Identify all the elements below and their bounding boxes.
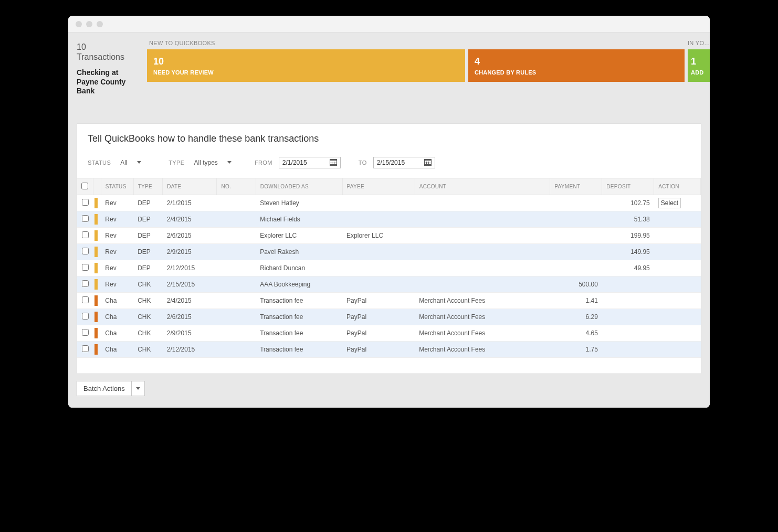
cell-no <box>217 227 256 243</box>
tile-group-right-label: IN YO… <box>688 40 710 46</box>
status-chip <box>94 214 98 225</box>
status-chip <box>94 230 98 241</box>
tile-add[interactable]: 1 ADD <box>688 49 710 82</box>
row-checkbox[interactable] <box>82 231 89 238</box>
filter-status-select[interactable]: All <box>117 157 149 168</box>
table-row[interactable]: ChaCHK2/4/2015Transaction feePayPalMerch… <box>77 292 701 308</box>
cell-payee <box>342 260 415 276</box>
cell-deposit <box>602 341 654 357</box>
cell-status: Rev <box>101 195 133 211</box>
cell-account: Merchant Account Fees <box>415 341 550 357</box>
col-deposit[interactable]: DEPOSIT <box>602 178 654 195</box>
cell-no <box>217 211 256 227</box>
cell-deposit: 51.38 <box>602 211 654 227</box>
cell-type: DEP <box>133 227 163 243</box>
col-payee[interactable]: PAYEE <box>342 178 415 195</box>
tile-changed-by-rules[interactable]: 4 CHANGED BY RULES <box>468 49 685 82</box>
tile-add-caption: ADD <box>691 69 707 76</box>
filter-from-label: FROM <box>255 159 272 166</box>
cell-account <box>415 260 550 276</box>
row-checkbox[interactable] <box>82 296 89 303</box>
row-checkbox[interactable] <box>82 313 89 320</box>
cell-type: DEP <box>133 211 163 227</box>
table-row[interactable]: RevDEP2/12/2015Richard Duncan49.95 <box>77 260 701 276</box>
window-control-minimize[interactable] <box>86 21 92 27</box>
cell-type: CHK <box>133 341 163 357</box>
row-checkbox[interactable] <box>82 248 89 254</box>
cell-type: CHK <box>133 325 163 341</box>
cell-account <box>415 227 550 243</box>
app-window: 10 Transactions Checking at Payne County… <box>68 16 710 408</box>
col-date[interactable]: DATE <box>163 178 217 195</box>
cell-downloaded-as: Transaction fee <box>256 292 342 308</box>
row-checkbox[interactable] <box>82 329 89 336</box>
col-payment[interactable]: PAYMENT <box>550 178 602 195</box>
row-checkbox[interactable] <box>82 199 89 206</box>
cell-type: DEP <box>133 243 163 260</box>
table-row[interactable]: RevDEP2/1/2015Steven Hatley102.75Select <box>77 195 701 211</box>
tile-group-labels: NEW TO QUICKBOOKS IN YO… <box>147 40 710 46</box>
cell-date: 2/9/2015 <box>163 325 217 341</box>
col-status[interactable]: STATUS <box>101 178 133 195</box>
cell-downloaded-as: Transaction fee <box>256 308 342 325</box>
cell-date: 2/12/2015 <box>163 341 217 357</box>
status-tiles: 10 NEED YOUR REVIEW 4 CHANGED BY RULES 1… <box>147 49 710 82</box>
select-all-checkbox[interactable] <box>81 183 88 189</box>
cell-payment <box>550 195 602 211</box>
status-chip <box>94 328 98 338</box>
window-control-close[interactable] <box>76 21 82 27</box>
table-row[interactable]: RevDEP2/6/2015Explorer LLCExplorer LLC19… <box>77 227 701 243</box>
filter-type-select[interactable]: All types <box>191 157 235 168</box>
cell-account: Merchant Account Fees <box>415 325 550 341</box>
col-no[interactable]: NO. <box>217 178 256 195</box>
col-downloaded-as[interactable]: DOWNLOADED AS <box>256 178 342 195</box>
cell-payee: PayPal <box>342 292 415 308</box>
status-chip <box>94 263 98 273</box>
table-row[interactable]: RevCHK2/15/2015AAA Bookkeeping500.00 <box>77 276 701 292</box>
tile-need-review[interactable]: 10 NEED YOUR REVIEW <box>147 49 465 82</box>
col-type[interactable]: TYPE <box>133 178 163 195</box>
filter-status-label: STATUS <box>88 159 111 166</box>
row-checkbox[interactable] <box>82 215 89 222</box>
table-row[interactable]: ChaCHK2/6/2015Transaction feePayPalMerch… <box>77 308 701 325</box>
filter-to-date[interactable]: 2/15/2015 <box>373 157 435 168</box>
cell-status: Cha <box>101 325 133 341</box>
panel-title: Tell QuickBooks how to handle these bank… <box>77 124 701 150</box>
row-checkbox[interactable] <box>82 345 89 352</box>
row-checkbox[interactable] <box>82 264 89 271</box>
cell-status: Rev <box>101 211 133 227</box>
batch-actions-label: Batch Actions <box>77 381 131 396</box>
cell-payment: 6.29 <box>550 308 602 325</box>
filter-type-label: TYPE <box>169 159 184 166</box>
cell-no <box>217 325 256 341</box>
filter-from-date[interactable]: 2/1/2015 <box>279 157 341 168</box>
cell-deposit: 149.95 <box>602 243 654 260</box>
col-account[interactable]: ACCOUNT <box>415 178 550 195</box>
cell-type: DEP <box>133 260 163 276</box>
cell-no <box>217 260 256 276</box>
transactions-panel: Tell QuickBooks how to handle these bank… <box>77 123 701 374</box>
transaction-count-label: Transactions <box>77 52 124 61</box>
batch-actions-button[interactable]: Batch Actions <box>77 381 145 396</box>
table-row[interactable]: RevDEP2/4/2015Michael Fields51.38 <box>77 211 701 227</box>
cell-date: 2/1/2015 <box>163 195 217 211</box>
cell-deposit <box>602 308 654 325</box>
tile-add-count: 1 <box>691 56 707 67</box>
calendar-icon <box>424 159 432 166</box>
row-checkbox[interactable] <box>82 280 89 287</box>
table-row[interactable]: RevDEP2/9/2015Pavel Rakesh149.95 <box>77 243 701 260</box>
cell-no <box>217 195 256 211</box>
account-summary: 10 Transactions Checking at Payne County… <box>68 33 147 102</box>
cell-payment <box>550 227 602 243</box>
chevron-down-icon <box>227 161 232 164</box>
cell-payee <box>342 195 415 211</box>
cell-payee <box>342 211 415 227</box>
row-action-select[interactable]: Select <box>658 198 681 208</box>
col-action[interactable]: ACTION <box>654 178 701 195</box>
table-row[interactable]: ChaCHK2/9/2015Transaction feePayPalMerch… <box>77 325 701 341</box>
window-control-zoom[interactable] <box>97 21 103 27</box>
cell-no <box>217 276 256 292</box>
table-row[interactable]: ChaCHK2/12/2015Transaction feePayPalMerc… <box>77 341 701 357</box>
filter-from-value: 2/1/2015 <box>282 159 307 166</box>
cell-status: Cha <box>101 308 133 325</box>
